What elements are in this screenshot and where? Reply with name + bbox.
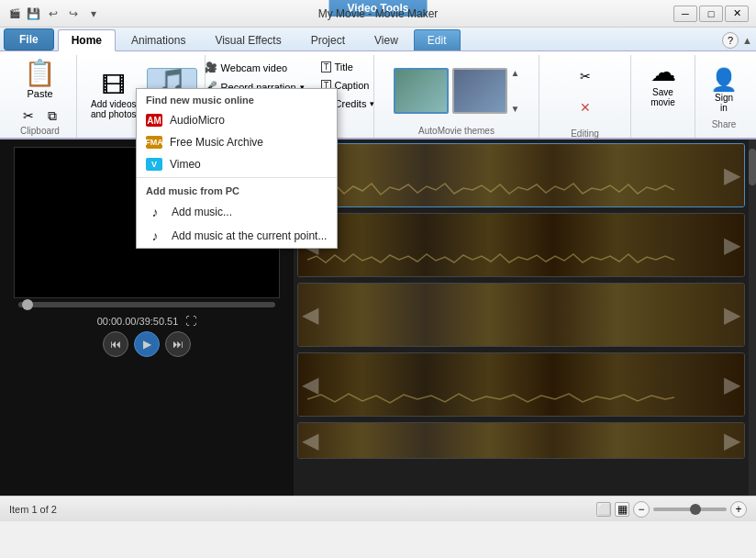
next-frame-btn[interactable]: ⏭: [165, 331, 191, 357]
tab-file[interactable]: File: [4, 28, 54, 50]
paste-icon: 📋: [24, 61, 56, 86]
copy-btn[interactable]: ⧉: [41, 106, 63, 126]
audiomicro-icon: AM: [146, 114, 162, 127]
timeline-track-2[interactable]: ◀ ▶: [297, 213, 745, 277]
tab-view[interactable]: View: [361, 29, 412, 50]
vimeo-item[interactable]: V Vimeo: [137, 153, 337, 175]
zoom-in-btn[interactable]: +: [730, 501, 747, 518]
time-display: 00:00.00/39:50.51 ⛶: [97, 315, 197, 328]
window-controls: ─ □ ✕: [673, 6, 749, 22]
vimeo-icon: V: [146, 158, 162, 171]
automovie-label: AutoMovie themes: [418, 126, 495, 138]
webcam-label: Webcam video: [221, 62, 288, 73]
add-music-current-label: Add music at the current point...: [172, 229, 327, 242]
undo-btn[interactable]: ↩: [44, 6, 62, 22]
maximize-btn[interactable]: □: [699, 6, 723, 22]
save-movie-icon: ☁: [650, 60, 676, 85]
status-bar: Item 1 of 2 ⬜ ▦ − +: [0, 496, 756, 521]
timeline-track-1[interactable]: ◀ ▶: [297, 143, 745, 207]
free-music-archive-item[interactable]: FMA Free Music Archive: [137, 131, 337, 153]
add-music-item-label: Add music...: [172, 206, 232, 218]
arrow-right-4: ▶: [724, 372, 740, 397]
fma-icon: FMA: [146, 136, 162, 149]
theme-1[interactable]: [394, 68, 449, 114]
timeline-track-4[interactable]: ◀ ▶: [297, 352, 745, 417]
automovie-section: ▲ ▼ AutoMovie themes: [374, 55, 539, 138]
status-text: Item 1 of 2: [9, 504, 57, 515]
cut-btn[interactable]: ✂: [17, 106, 39, 126]
themes-scroll-up[interactable]: ▲: [511, 68, 520, 78]
clipboard-group: 📋 Paste ✂ ⧉ Clipboard: [4, 55, 77, 138]
share-label-text: Share: [712, 119, 737, 131]
window-title: My Movie - Movie Maker: [318, 7, 439, 20]
zoom-slider-thumb[interactable]: [690, 504, 701, 515]
zoom-out-btn[interactable]: −: [633, 501, 650, 518]
monitor-icon[interactable]: ⬜: [596, 502, 611, 517]
minimize-btn[interactable]: ─: [673, 6, 697, 22]
timeline-scrollbar[interactable]: [749, 140, 756, 496]
monitor-small-icon[interactable]: ▦: [615, 502, 629, 517]
time-text: 00:00.00/39:50.51: [97, 316, 179, 327]
title-btn[interactable]: 🅃 Title: [315, 59, 382, 75]
play-btn[interactable]: ▶: [134, 331, 160, 357]
playback-controls: ⏮ ▶ ⏭: [103, 331, 191, 357]
vimeo-label: Vimeo: [170, 158, 201, 171]
fma-label: Free Music Archive: [170, 136, 263, 149]
add-videos-label: Add videos and photos: [91, 99, 137, 119]
waveform-4: [307, 390, 674, 408]
track-bg-5: [298, 423, 744, 458]
delete-btn[interactable]: ✕: [572, 94, 599, 121]
audiomicro-item[interactable]: AM AudioMicro: [137, 109, 337, 131]
tab-project[interactable]: Project: [297, 29, 359, 50]
editing-section: ✂ ✕ Editing: [539, 55, 631, 138]
sign-in-btn[interactable]: 👤 Sign in: [701, 62, 747, 119]
app-icon: 🎬: [7, 6, 22, 21]
timeline-track-5[interactable]: ◀ ▶: [297, 422, 745, 459]
tab-edit[interactable]: Edit: [414, 29, 461, 50]
add-music-current-point-item[interactable]: ♪ Add music at the current point...: [137, 224, 337, 248]
title-bar: 🎬 💾 ↩ ↪ ▾ Video Tools My Movie - Movie M…: [0, 0, 756, 28]
add-from-pc-label: Add music from PC: [137, 180, 337, 200]
qat-dropdown[interactable]: ▾: [84, 6, 103, 22]
add-music-current-icon: ♪: [146, 229, 164, 243]
help-btn[interactable]: ?: [722, 32, 739, 49]
prev-frame-btn[interactable]: ⏮: [103, 331, 128, 357]
timeline-track-3[interactable]: ◀ ▶: [297, 283, 745, 347]
webcam-video-btn[interactable]: 🎥 Webcam video: [198, 59, 311, 76]
timeline[interactable]: ◀ ▶ ◀ ▶ ◀ ▶ ◀ ▶: [294, 140, 749, 496]
add-music-item[interactable]: ♪ Add music...: [137, 200, 337, 224]
ribbon: 📋 Paste ✂ ⧉ Clipboard 🎞 Add videos and p…: [0, 51, 756, 140]
quick-access-toolbar: 🎬 💾 ↩ ↪ ▾: [7, 6, 103, 22]
credits-label: Credits: [335, 98, 367, 109]
webcam-icon: 🎥: [205, 61, 217, 73]
seek-thumb[interactable]: [22, 299, 33, 310]
credits-dropdown-arrow: ▾: [370, 99, 374, 108]
arrow-right-5: ▶: [724, 428, 740, 453]
themes-scroll-down[interactable]: ▼: [511, 104, 520, 114]
theme-2[interactable]: [452, 68, 507, 114]
dropdown-separator: [137, 177, 337, 178]
find-music-label: Find new music online: [137, 89, 337, 109]
save-qat-btn[interactable]: 💾: [24, 6, 42, 22]
help-expand-btn[interactable]: ▲: [742, 35, 752, 46]
editing-buttons: ✂ ✕: [572, 55, 599, 128]
caption-label: Caption: [335, 80, 370, 91]
redo-btn[interactable]: ↪: [64, 6, 83, 22]
title-label: Title: [335, 61, 353, 73]
paste-button[interactable]: 📋 Paste: [16, 55, 64, 104]
scrollbar-thumb[interactable]: [749, 149, 756, 185]
close-btn[interactable]: ✕: [725, 6, 749, 22]
tab-visual-effects[interactable]: Visual Effects: [201, 29, 295, 50]
share-section: 👤 Sign in Share: [695, 55, 752, 138]
tab-home[interactable]: Home: [58, 29, 116, 51]
editing-label: Editing: [571, 128, 599, 140]
save-movie-btn[interactable]: ☁ Save movie: [640, 55, 686, 112]
track-bg-3: [298, 284, 744, 346]
tab-animations[interactable]: Animations: [117, 29, 199, 50]
fullscreen-icon[interactable]: ⛶: [185, 315, 196, 328]
trim-btn[interactable]: ✂: [572, 62, 599, 90]
seek-bar[interactable]: [18, 302, 275, 307]
zoom-slider[interactable]: [653, 508, 727, 511]
add-music-dropdown: Find new music online AM AudioMicro FMA …: [136, 88, 338, 249]
audiomicro-label: AudioMicro: [170, 114, 225, 127]
